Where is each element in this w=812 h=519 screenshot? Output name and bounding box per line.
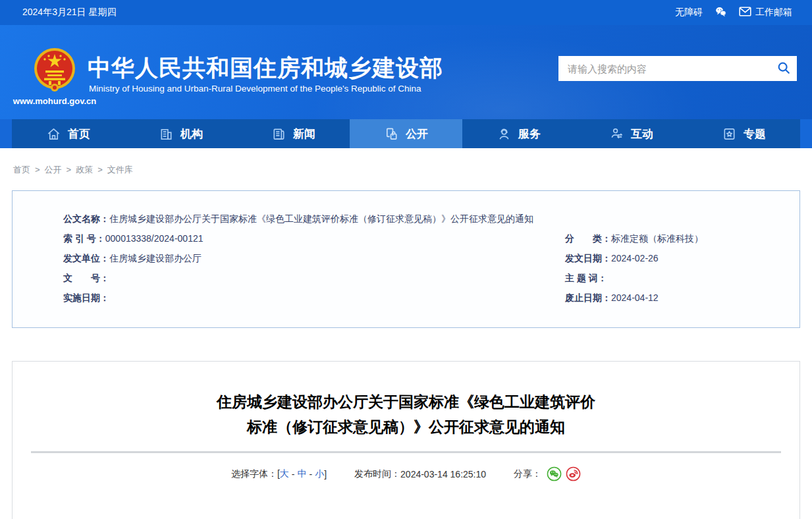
site-title-english: Ministry of Housing and Urban-Rural Deve…: [89, 84, 421, 94]
doc-name-row: 公文名称：住房城乡建设部办公厅关于国家标准《绿色工业建筑评价标准（修订征求意见稿…: [63, 209, 786, 229]
nav-item-special[interactable]: 专题: [688, 119, 800, 148]
nav-label: 首页: [68, 126, 90, 142]
doc-issue-date-row: 发文日期：2024-02-26: [565, 248, 786, 268]
doc-expiry-row: 废止日期：2024-04-12: [565, 288, 786, 308]
doc-index-label: 索 引 号：: [63, 233, 105, 244]
doc-issuer-value: 住房城乡建设部办公厅: [109, 253, 202, 263]
work-mail-label: 工作邮箱: [755, 7, 792, 18]
nav-label: 服务: [518, 126, 541, 142]
breadcrumb-separator: >: [30, 165, 45, 175]
breadcrumb-policy[interactable]: 政策: [76, 165, 93, 175]
main-nav: 首页 机构 新闻: [12, 119, 800, 148]
work-mail-link[interactable]: 工作邮箱: [739, 7, 792, 18]
doc-keywords-row: 主 题 词：: [565, 268, 786, 288]
topbar-date: 2024年3月21日 星期四: [22, 7, 116, 18]
doc-number-row: 文 号：: [63, 268, 565, 288]
share-block: 分享：: [514, 466, 581, 481]
font-selector-prefix: 选择字体：[: [231, 468, 280, 480]
nav-item-service[interactable]: 服务: [462, 119, 575, 148]
doc-expiry-label: 废止日期：: [565, 292, 611, 303]
mail-envelope-icon: [739, 7, 751, 18]
nav-strip: 首页 机构 新闻: [0, 119, 812, 148]
nav-item-public[interactable]: 公开: [350, 119, 462, 148]
breadcrumb: 首页>公开>政策>文件库: [13, 164, 812, 176]
nav-label: 新闻: [293, 126, 315, 142]
breadcrumb-separator: >: [62, 165, 76, 175]
topbar: 2024年3月21日 星期四 无障碍 工作邮箱: [0, 0, 812, 25]
nav-label: 公开: [406, 126, 428, 142]
nav-item-news[interactable]: 新闻: [237, 119, 350, 148]
font-size-small[interactable]: 小: [315, 468, 324, 480]
font-selector-suffix: ]: [324, 469, 327, 479]
doc-effective-label: 实施日期：: [63, 292, 109, 303]
search-button[interactable]: [771, 56, 797, 81]
site-url: www.mohurd.gov.cn: [11, 96, 99, 106]
article-meta-row: 选择字体：[大-中-小] 发布时间：2024-03-14 16:25:10 分享…: [13, 466, 799, 481]
building-icon: [159, 126, 174, 142]
font-size-large[interactable]: 大: [280, 468, 289, 480]
font-size-separator: -: [307, 469, 315, 479]
document-info-box: 公文名称：住房城乡建设部办公厅关于国家标准《绿色工业建筑评价标准（修订征求意见稿…: [12, 190, 800, 328]
font-size-medium[interactable]: 中: [298, 468, 307, 480]
nav-label: 专题: [744, 126, 766, 142]
doc-name-label: 公文名称：: [63, 213, 109, 224]
doc-keywords-label: 主 题 词：: [565, 273, 607, 283]
nav-item-interact[interactable]: 互动: [575, 119, 688, 148]
title-divider: [31, 451, 781, 453]
nav-label: 互动: [631, 126, 653, 142]
interact-person-arrows-icon: [609, 126, 624, 142]
article-box: 住房城乡建设部办公厅关于国家标准《绿色工业建筑评价 标准（修订征求意见稿）》公开…: [12, 361, 800, 519]
doc-issue-date-value: 2024-02-26: [611, 253, 659, 263]
breadcrumb-current: 文件库: [107, 165, 133, 175]
doc-index-row: 索 引 号：000013338/2024-00121: [63, 229, 565, 248]
share-label: 分享：: [514, 468, 541, 480]
home-icon: [46, 126, 61, 142]
doc-category-value: 标准定额（标准科技）: [611, 233, 703, 244]
document-lock-icon: [384, 126, 399, 142]
page-title: 住房城乡建设部办公厅关于国家标准《绿色工业建筑评价 标准（修订征求意见稿）》公开…: [13, 389, 799, 439]
title-line-2: 标准（修订征求意见稿）》公开征求意见的通知: [247, 418, 565, 435]
nav-label: 机构: [180, 126, 203, 142]
weibo-share-icon[interactable]: [566, 466, 581, 481]
publish-time-value: 2024-03-14 16:25:10: [400, 469, 486, 479]
breadcrumb-separator: >: [93, 165, 107, 175]
doc-name-value: 住房城乡建设部办公厅关于国家标准《绿色工业建筑评价标准（修订征求意见稿）》公开征…: [109, 213, 533, 224]
doc-expiry-value: 2024-04-12: [611, 292, 659, 303]
wechat-link[interactable]: [715, 6, 727, 19]
publish-time: 发布时间：2024-03-14 16:25:10: [354, 468, 486, 480]
site-header: www.mohurd.gov.cn 中华人民共和国住房和城乡建设部 Minist…: [0, 25, 812, 119]
font-size-selector: 选择字体：[大-中-小]: [231, 468, 327, 480]
doc-category-label: 分 类：: [565, 233, 611, 244]
site-title-chinese: 中华人民共和国住房和城乡建设部: [88, 53, 443, 84]
doc-effective-row: 实施日期：: [63, 288, 565, 308]
font-size-separator: -: [289, 469, 298, 479]
wechat-icon: [715, 6, 727, 19]
news-icon: [271, 126, 286, 142]
breadcrumb-public[interactable]: 公开: [45, 165, 62, 175]
publish-time-label: 发布时间：: [354, 468, 400, 480]
doc-category-row: 分 类：标准定额（标准科技）: [565, 229, 786, 248]
doc-number-label: 文 号：: [63, 273, 109, 283]
doc-issuer-row: 发文单位：住房城乡建设部办公厅: [63, 248, 565, 268]
magnifier-icon: [776, 61, 791, 77]
search-box: [558, 56, 797, 81]
national-emblem-logo: [33, 46, 76, 94]
doc-issuer-label: 发文单位：: [63, 253, 109, 263]
accessibility-link[interactable]: 无障碍: [675, 7, 703, 18]
search-input[interactable]: [558, 63, 771, 74]
nav-item-home[interactable]: 首页: [12, 119, 124, 148]
doc-issue-date-label: 发文日期：: [565, 253, 611, 263]
star-book-icon: [722, 126, 737, 142]
doc-index-value: 000013338/2024-00121: [105, 233, 203, 244]
nav-item-org[interactable]: 机构: [124, 119, 237, 148]
title-line-1: 住房城乡建设部办公厅关于国家标准《绿色工业建筑评价: [217, 393, 595, 410]
breadcrumb-home[interactable]: 首页: [13, 165, 30, 175]
service-person-icon: [497, 126, 512, 142]
wechat-share-icon[interactable]: [547, 466, 562, 481]
